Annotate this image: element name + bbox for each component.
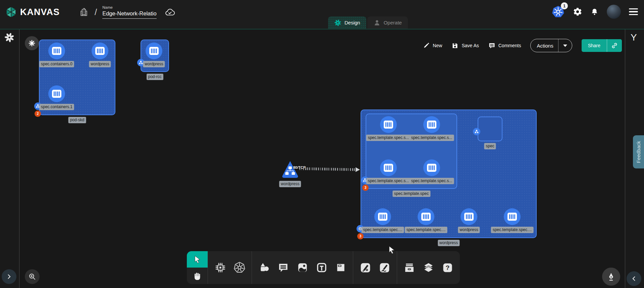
error-count-badge[interactable]: 3 — [362, 185, 369, 191]
left-sidebar — [0, 29, 19, 288]
actions-dropdown-button[interactable]: Actions — [530, 39, 572, 52]
notifications-bell-icon[interactable] — [590, 8, 599, 16]
comment-icon — [488, 42, 495, 49]
help-tool-button[interactable]: ? — [438, 251, 457, 284]
container-icon — [48, 85, 65, 102]
cloud-sync-icon[interactable] — [165, 7, 175, 17]
node-label: wordpress — [143, 61, 165, 67]
kubernetes-context-button[interactable]: 1 — [551, 5, 565, 18]
layers-tool-button[interactable] — [419, 251, 438, 284]
container-icon — [92, 43, 108, 59]
kanvas-logo-icon[interactable] — [5, 6, 17, 18]
container-icon — [423, 116, 440, 133]
service-node[interactable]: wordpress — [281, 160, 299, 179]
container-node[interactable]: spec.template.spec.s... — [423, 116, 440, 133]
user-avatar[interactable] — [607, 5, 621, 19]
node-label: spec.template.spec.s... — [366, 178, 411, 184]
group-label: spec — [484, 143, 496, 149]
container-node[interactable]: spec.template.spec.s... — [380, 159, 397, 176]
container-node[interactable]: spec.template.spec.... — [374, 208, 391, 225]
tab-operate[interactable]: Operate — [367, 16, 408, 29]
components-tool-button[interactable] — [211, 251, 230, 284]
container-icon — [423, 159, 440, 176]
hierarchy-badge[interactable] — [473, 128, 480, 135]
group-label: wordpress — [438, 240, 460, 246]
node-label: spec.template.spec.s... — [410, 135, 454, 141]
node-label: spec.template.spec.... — [491, 227, 534, 233]
shapes-tool-button[interactable] — [255, 251, 274, 284]
container-icon — [418, 208, 434, 225]
container-node[interactable]: wordpress — [146, 43, 162, 59]
container-icon — [48, 43, 65, 59]
node-label: spec.template.spec.s... — [366, 135, 411, 141]
tab-design[interactable]: Design — [328, 16, 366, 29]
comment-tool-button[interactable] — [274, 251, 293, 284]
collapse-panel-button[interactable] — [627, 271, 641, 286]
service-triangle-icon — [281, 160, 299, 179]
asterisk-node-button[interactable] — [25, 36, 39, 50]
save-as-button[interactable]: Save As — [451, 42, 479, 49]
container-icon — [504, 208, 521, 225]
meshery-spiral-icon[interactable] — [4, 32, 15, 43]
actions-caret-button[interactable] — [558, 39, 572, 52]
comments-button[interactable]: Comments — [488, 42, 521, 49]
new-button[interactable]: New — [423, 42, 442, 49]
freehand-tool-button[interactable] — [375, 251, 394, 284]
operate-person-icon — [373, 19, 381, 26]
share-split-button[interactable]: Share — [582, 39, 622, 52]
question-icon: ? — [442, 262, 453, 273]
error-count-badge[interactable]: 3 — [357, 233, 364, 239]
group-label: pod-skd — [68, 117, 86, 123]
breadcrumb-separator: / — [95, 7, 97, 17]
container-icon — [461, 208, 477, 225]
archive-tool-button[interactable] — [400, 251, 419, 284]
pen-tool-button[interactable] — [356, 251, 375, 284]
container-node[interactable]: spec.template.spec.... — [418, 208, 434, 225]
node-label: spec.containers.0 — [39, 61, 74, 67]
node-label: spec.template.spec.... — [405, 227, 447, 233]
design-canvas[interactable]: New Save As Comments Actions Share 2 pod… — [0, 29, 644, 288]
brand-title: KANVAS — [20, 7, 60, 17]
organization-icon[interactable] — [79, 7, 89, 17]
y-panel-icon[interactable]: Y — [631, 32, 637, 43]
design-name-field[interactable]: Name Edge-Network-Relatio — [102, 5, 157, 19]
mouse-cursor — [387, 245, 396, 254]
tab-operate-label: Operate — [384, 20, 402, 25]
design-spiral-icon — [334, 19, 341, 26]
text-tool-button[interactable] — [312, 251, 331, 284]
sticky-note-tool-button[interactable] — [331, 251, 350, 284]
chevron-down-icon — [563, 45, 567, 47]
group-spec[interactable]: spec — [478, 117, 502, 141]
container-node[interactable]: wordpress — [461, 208, 477, 225]
hamburger-menu-icon[interactable] — [629, 8, 638, 15]
settings-gear-icon[interactable] — [573, 7, 582, 16]
feedback-label: Feedback — [636, 141, 641, 163]
pan-tool-button[interactable] — [187, 268, 208, 284]
edge-port-label: 80/TCP — [293, 165, 306, 169]
share-label: Share — [582, 39, 607, 52]
container-icon — [380, 159, 397, 176]
zoom-button[interactable] — [25, 269, 40, 284]
design-name-input[interactable]: Edge-Network-Relatio — [102, 10, 157, 19]
container-node[interactable]: spec.containers.0 — [48, 43, 65, 59]
node-label: wordpress — [279, 181, 301, 187]
select-tool-button[interactable] — [187, 251, 208, 268]
container-node[interactable]: spec.containers.1 — [48, 85, 65, 102]
node-label: spec.template.spec.... — [362, 227, 404, 233]
container-node[interactable]: spec.template.spec.... — [504, 208, 521, 225]
expand-sidebar-button[interactable] — [2, 269, 16, 284]
save-as-label: Save As — [462, 43, 479, 48]
container-node[interactable]: spec.template.spec.s... — [423, 159, 440, 176]
app-header: KANVAS / Name Edge-Network-Relatio Desig… — [0, 0, 644, 29]
copy-link-button[interactable] — [607, 39, 622, 52]
error-count-badge[interactable]: 2 — [35, 111, 41, 117]
service-edge[interactable] — [300, 167, 356, 171]
kubernetes-tool-button[interactable] — [230, 251, 249, 284]
pen-mode-button[interactable] — [602, 268, 620, 286]
image-tool-button[interactable] — [293, 251, 312, 284]
feedback-tab[interactable]: Feedback — [633, 135, 644, 168]
link-icon — [611, 42, 618, 49]
container-node[interactable]: spec.template.spec.s... — [380, 116, 397, 133]
container-node[interactable]: wordpress — [92, 43, 108, 59]
kubernetes-context-badge: 1 — [561, 2, 568, 9]
